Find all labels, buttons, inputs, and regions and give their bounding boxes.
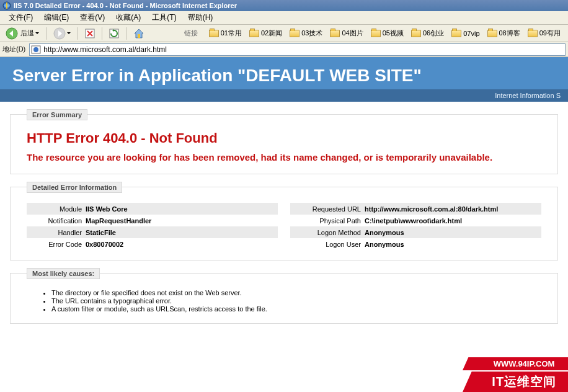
module-value: IIS Web Core: [86, 205, 128, 213]
logon-method-value: Anonymous: [365, 229, 404, 236]
favorite-link-3[interactable]: 04图片: [327, 27, 365, 39]
folder-icon: [528, 30, 538, 37]
requested-url-value: http://www.microsoft.com.al:80/dark.html: [365, 205, 498, 213]
toolbar: 后退 链接 01常用02新闻03技术04图片05视频06创业07vip08博客0…: [0, 25, 568, 42]
causes-list: The directory or file specified does not…: [27, 289, 541, 313]
menu-bar: 文件(F) 编辑(E) 查看(V) 收藏(A) 工具(T) 帮助(H): [0, 11, 568, 25]
folder-icon: [249, 30, 259, 37]
address-label: 地址(D): [2, 45, 25, 54]
ie-icon: [2, 1, 11, 10]
favorite-link-label: 01常用: [221, 29, 242, 38]
favorite-link-5[interactable]: 06创业: [409, 27, 446, 39]
favorite-link-label: 08博客: [499, 29, 520, 38]
favorite-link-0[interactable]: 01常用: [206, 27, 244, 39]
error-code-label: Error Code: [27, 241, 86, 248]
cause-item: A custom filter or module, such as URLSc…: [51, 305, 541, 313]
folder-icon: [371, 30, 381, 37]
ie-page-icon: [31, 45, 41, 54]
svg-rect-1: [6, 2, 7, 9]
most-likely-causes-region: Most likely causes: The directory or fil…: [10, 273, 558, 324]
error-summary-region: Error Summary HTTP Error 404.0 - Not Fou…: [10, 114, 558, 174]
details-right-column: Requested URLhttp://www.microsoft.com.al…: [290, 203, 541, 250]
back-label: 后退: [20, 29, 34, 38]
favorite-link-7[interactable]: 08博客: [485, 27, 523, 39]
error-banner: Server Error in Application "DEFAULT WEB…: [0, 57, 568, 89]
favorite-link-label: 03技术: [301, 29, 322, 38]
menu-tools[interactable]: 工具(T): [147, 11, 181, 24]
favorite-link-6[interactable]: 07vip: [449, 29, 482, 38]
details-left-column: ModuleIIS Web Core NotificationMapReques…: [27, 203, 278, 250]
menu-edit[interactable]: 编辑(E): [39, 11, 74, 24]
back-icon: [6, 27, 18, 40]
error-title: HTTP Error 404.0 - Not Found: [27, 130, 541, 146]
folder-icon: [290, 30, 300, 37]
favorite-link-label: 02新闻: [261, 29, 282, 38]
favorite-link-label: 05视频: [383, 29, 404, 38]
logon-user-label: Logon User: [290, 241, 365, 248]
physical-path-value: C:\inetpub\wwwroot\dark.html: [365, 217, 462, 225]
logon-user-value: Anonymous: [365, 241, 404, 248]
links-label: 链接: [182, 29, 200, 38]
folder-icon: [411, 30, 421, 37]
error-description: The resource you are looking for has bee…: [27, 151, 541, 164]
favorite-link-1[interactable]: 02新闻: [247, 27, 285, 39]
back-button[interactable]: 后退: [2, 25, 42, 42]
favorite-link-4[interactable]: 05视频: [368, 27, 406, 39]
address-url: http://www.microsoft.com.al/dark.html: [43, 45, 564, 54]
menu-file[interactable]: 文件(F): [4, 11, 38, 24]
causes-legend: Most likely causes:: [27, 268, 100, 279]
logon-method-label: Logon Method: [290, 229, 365, 236]
handler-label: Handler: [27, 229, 86, 236]
detailed-error-region: Detailed Error Information ModuleIIS Web…: [10, 187, 558, 261]
separator: [46, 27, 47, 40]
window-titlebar: IIS 7.0 Detailed Error - 404.0 - Not Fou…: [0, 0, 568, 11]
links-container: 01常用02新闻03技术04图片05视频06创业07vip08博客09有用: [206, 27, 566, 39]
chevron-down-icon: [35, 32, 39, 34]
notification-value: MapRequestHandler: [86, 217, 151, 225]
page-content: Server Error in Application "DEFAULT WEB…: [0, 57, 568, 324]
address-bar: 地址(D) http://www.microsoft.com.al/dark.h…: [0, 42, 568, 57]
menu-view[interactable]: 查看(V): [75, 11, 110, 24]
stop-icon: [85, 29, 95, 38]
svg-rect-6: [138, 34, 140, 38]
folder-icon: [451, 30, 461, 37]
menu-favorites[interactable]: 收藏(A): [111, 11, 146, 24]
refresh-button[interactable]: [106, 27, 122, 40]
refresh-icon: [109, 29, 119, 38]
menu-help[interactable]: 帮助(H): [183, 11, 218, 24]
error-summary-legend: Error Summary: [27, 109, 87, 120]
svg-point-8: [33, 47, 38, 52]
cause-item: The directory or file specified does not…: [51, 289, 541, 296]
separator: [102, 27, 102, 40]
physical-path-label: Physical Path: [290, 217, 365, 225]
detailed-error-legend: Detailed Error Information: [27, 182, 122, 193]
folder-icon: [330, 30, 340, 37]
notification-label: Notification: [27, 217, 86, 225]
error-code-value: 0x80070002: [86, 241, 123, 248]
window-title: IIS 7.0 Detailed Error - 404.0 - Not Fou…: [14, 2, 237, 9]
cause-item: The URL contains a typographical error.: [51, 297, 541, 305]
favorite-link-label: 04图片: [342, 29, 363, 38]
forward-icon: [53, 27, 66, 40]
folder-icon: [487, 30, 497, 37]
home-icon: [133, 28, 144, 39]
requested-url-label: Requested URL: [290, 205, 365, 213]
chevron-down-icon: [67, 32, 71, 34]
handler-value: StaticFile: [86, 229, 116, 236]
iis-version-bar: Internet Information S: [0, 89, 568, 102]
stop-button[interactable]: [82, 27, 98, 40]
favorite-link-label: 07vip: [463, 30, 479, 37]
favorite-link-label: 09有用: [539, 29, 561, 38]
separator: [78, 27, 78, 40]
module-label: Module: [27, 205, 86, 213]
folder-icon: [209, 30, 219, 37]
forward-button[interactable]: [50, 25, 74, 42]
home-button[interactable]: [130, 26, 148, 41]
favorite-link-label: 06创业: [423, 29, 444, 38]
page-title: Server Error in Application "DEFAULT WEB…: [12, 66, 556, 86]
favorite-link-2[interactable]: 03技术: [287, 27, 325, 39]
favorite-link-8[interactable]: 09有用: [525, 27, 563, 39]
address-input[interactable]: http://www.microsoft.com.al/dark.html: [29, 43, 566, 56]
separator: [126, 27, 126, 40]
